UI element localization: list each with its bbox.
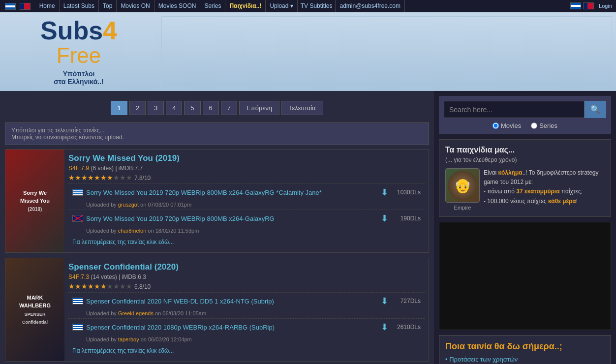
flag-en-sorry-2 (72, 215, 83, 222)
uploader-link-sorry-2[interactable]: char8melon (118, 228, 146, 234)
download-icon-spenser-1[interactable]: ⬇ (381, 296, 388, 306)
radio-row: Movies Series (444, 122, 606, 129)
flag-english[interactable] (20, 3, 31, 10)
poster-text-sorry: Sorry WeMissed You(2019) (20, 189, 50, 213)
game-text1: Είναι (484, 169, 498, 176)
uploader-info-spenser-1: Uploaded by GreekLegends on 06/03/20 11:… (68, 309, 425, 318)
nav-top[interactable]: Top (99, 0, 117, 12)
movie-title-sorry[interactable]: Sorry We Missed You (2019) (68, 153, 180, 163)
movie-entry-sorry: Sorry WeMissed You(2019) Sorry We Missed… (5, 149, 429, 253)
sp-star2: ★ (75, 282, 81, 290)
sub-title-sorry-1[interactable]: Sorry We Missed You 2019 720p WEBRip 800… (86, 189, 378, 196)
pagination: 1 2 3 4 5 6 7 Επόμενη Τελευταία (5, 96, 429, 122)
sub-row-sorry-2-main: Sorry We Missed You 2019 720p WEBRip 800… (68, 210, 425, 227)
nav-home[interactable]: Home (35, 0, 60, 12)
sp-star5: ★ (94, 282, 100, 290)
poster-text-spenser: MARKWAHLBERGSPENSERConfidential (19, 294, 51, 326)
movie-meta-sorry: S4F:7.9 (6 votes) | iMDB:7.7 (68, 165, 425, 172)
flag-gr-spenser-2 (72, 324, 83, 331)
download-icon-sorry-2[interactable]: ⬇ (381, 213, 388, 224)
imdb-spenser: | iMDB:6.3 (119, 273, 146, 280)
radio-movies-label: Movies (501, 122, 521, 129)
search-box: 🔍 Movies Series (439, 96, 611, 134)
page-btn-4[interactable]: 4 (166, 101, 182, 115)
game-thumb-area: 👴 Empire (445, 168, 480, 211)
suggest-link[interactable]: • Προτάσεις των χρηστών (445, 356, 605, 363)
radio-series-input[interactable] (531, 122, 537, 129)
game-ad: 👴 Empire Είναι κόλλημα..! Το δημοφιλέστε… (445, 168, 605, 211)
dl-count-sorry-2: 190DLs (391, 215, 421, 222)
game-bullet1-end: παίχτες, (560, 188, 583, 195)
radio-series[interactable]: Series (531, 122, 557, 129)
nav-movies-on[interactable]: Movies ON (117, 0, 154, 12)
nav-movies-soon[interactable]: Movies SOON (154, 0, 201, 12)
movie-poster-spenser: MARKWAHLBERGSPENSERConfidential (5, 258, 64, 361)
star2: ★ (75, 174, 81, 182)
page-btn-5[interactable]: 5 (184, 101, 200, 115)
page-btn-6[interactable]: 6 (203, 101, 219, 115)
sub-row-spenser-1: Spenser Confidential 2020 NF WEB-DL DD5 … (68, 292, 425, 318)
sub-title-sorry-2[interactable]: Sorry We Missed You 2019 720p WEBRip 800… (86, 215, 378, 222)
page-btn-7[interactable]: 7 (221, 101, 237, 115)
flag-english-right[interactable] (583, 2, 594, 9)
sub-title-spenser-1[interactable]: Spenser Confidential 2020 NF WEB-DL DD5 … (86, 298, 378, 305)
page-last-btn[interactable]: Τελευταία (281, 101, 323, 115)
sp-star9: ★ (120, 282, 126, 290)
logo-subtitle2: στα Ελληνικά..! (40, 78, 117, 86)
download-icon-sorry-1[interactable]: ⬇ (381, 187, 388, 198)
page-btn-3[interactable]: 3 (148, 101, 164, 115)
download-icon-spenser-2[interactable]: ⬇ (381, 322, 388, 333)
votes-spenser: (14 votes) (91, 273, 117, 280)
more-link-spenser[interactable]: Για λεπτομέρειες της ταινίας κλικ εδώ... (68, 344, 425, 357)
sub-row-sorry-2: Sorry We Missed You 2019 720p WEBRip 800… (68, 210, 425, 236)
sp-star8: ★ (113, 282, 120, 290)
nav-latest-subs[interactable]: Latest Subs (60, 0, 99, 12)
page-btn-1[interactable]: 1 (111, 101, 127, 115)
search-button[interactable]: 🔍 (585, 101, 606, 118)
nav-games[interactable]: Παιχνίδια..! (225, 0, 266, 12)
game-label: Empire (454, 205, 471, 211)
uploader-link-spenser-1[interactable]: GreekLegends (118, 310, 154, 316)
logo-subs: Subs4 (40, 16, 117, 45)
star7: ★ (107, 174, 113, 182)
movie-title-spenser[interactable]: Spenser Confidential (2020) (68, 262, 179, 272)
nav-tv-label: TV Subtitles (298, 0, 336, 12)
sub-title-spenser-2[interactable]: Spenser Confidential 2020 1080p WEBRip x… (86, 324, 378, 331)
nav-series[interactable]: Series (200, 0, 225, 12)
upload-date-sorry-1: 07/03/20 07:01pm (148, 202, 191, 208)
s4f-rating-spenser: S4F:7.3 (68, 273, 89, 280)
nav-email[interactable]: admin@subs4free.com (336, 0, 405, 12)
main-layout: 1 2 3 4 5 6 7 Επόμενη Τελευταία Υπότιτλο… (0, 91, 616, 364)
dl-count-spenser-2: 2610DLs (391, 324, 421, 331)
sub-row-spenser-1-main: Spenser Confidential 2020 NF WEB-DL DD5 … (68, 292, 425, 309)
flag-gr-spenser-1 (72, 298, 83, 304)
radio-movies[interactable]: Movies (493, 122, 521, 129)
upload-date-spenser-1: 06/03/20 11:05am (162, 310, 206, 316)
more-link-sorry[interactable]: Για λεπτομέρειες της ταινίας κλικ εδώ... (68, 236, 425, 248)
logo-subtitle1: Υπότιτλοι (40, 70, 117, 78)
games-title: Τα παιχνίδια μας... (445, 146, 605, 154)
uploader-info-sorry-1: Uploaded by gruszgot on 07/03/20 07:01pm (68, 201, 425, 210)
sidebar-ad-space (439, 222, 611, 330)
nav-login[interactable]: Login (595, 0, 616, 11)
radio-movies-input[interactable] (493, 122, 499, 129)
search-input[interactable] (444, 101, 585, 118)
sp-star10: ★ (126, 282, 132, 290)
uploader-link-spenser-2[interactable]: taperboy (118, 336, 139, 342)
logo-free-row: Free (40, 43, 117, 68)
star10: ★ (126, 174, 132, 182)
uploader-link-sorry-1[interactable]: gruszgot (118, 202, 139, 208)
page-next-btn[interactable]: Επόμενη (239, 101, 279, 115)
logo: Subs4 Free Υπότιτλοι στα Ελληνικά..! (40, 18, 117, 86)
site-header: Subs4 Free Υπότιτλοι στα Ελληνικά..! (0, 12, 616, 91)
info-line2: Μπορείς να συνεισφέρεις κάνοντας upload. (11, 134, 423, 141)
sp-star3: ★ (81, 282, 88, 290)
star9: ★ (120, 174, 126, 182)
flag-greek[interactable] (5, 3, 16, 10)
game-bullet2-text: - 100.000 νέους παίχτες (484, 198, 548, 205)
sp-star4: ★ (88, 282, 94, 290)
page-btn-2[interactable]: 2 (129, 101, 146, 115)
game-thumbnail[interactable]: 👴 (445, 168, 480, 203)
nav-upload[interactable]: Upload ▾ (266, 0, 297, 12)
flag-greek-right[interactable] (570, 2, 581, 9)
